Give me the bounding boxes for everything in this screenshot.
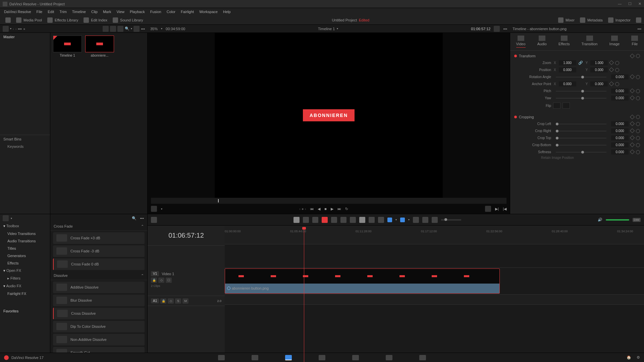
video-track-header[interactable]: V1 Video 1 🔒 ◇ ☐ 2 Clips [148,269,225,296]
keyframe-icon[interactable] [630,121,635,126]
menu-playback[interactable]: Playback [127,10,148,14]
track-badge-a1[interactable]: A1 [151,298,159,303]
chevron-down-icon[interactable]: ▾ [161,207,162,210]
viewer-zoom[interactable]: 35% [150,27,158,31]
color-page-icon[interactable] [352,355,359,360]
fx-cat-openfx[interactable]: ▾ Open FX [0,267,50,275]
chevron-down-icon[interactable]: ▾ [408,218,410,221]
reset-icon[interactable] [636,129,640,133]
blade-tool-icon[interactable] [322,217,328,223]
keyframe-icon[interactable] [630,128,635,133]
fx-item[interactable]: Blur Dissolve [53,295,145,306]
minimize-btn[interactable]: — [618,2,622,6]
detail-zoom-icon[interactable] [422,217,428,223]
reset-icon[interactable] [615,82,619,86]
viewer-scrubber[interactable] [151,198,506,204]
crop-left-field[interactable] [611,121,629,126]
enable-dot-icon[interactable] [514,55,517,57]
menu-view[interactable]: View [114,10,127,14]
selection-tool-icon[interactable] [293,217,300,223]
sound-library-btn[interactable]: Sound Library [120,18,143,22]
reset-icon[interactable] [636,54,640,58]
full-extent-icon[interactable] [485,206,491,212]
yaw-slider[interactable] [556,98,606,99]
anchor-y-field[interactable] [590,81,608,86]
keyframe-icon[interactable] [630,115,635,119]
more-icon[interactable]: ••• [18,27,22,31]
transform-header[interactable]: Transform [514,53,640,59]
fx-item[interactable]: Cross Fade 0 dB [53,258,145,270]
more-icon[interactable]: ••• [141,27,145,31]
reset-icon[interactable] [636,89,640,93]
collapse-icon[interactable]: ⌃ [141,274,144,278]
track-badge-v1[interactable]: V1 [151,271,159,276]
next-edit-icon[interactable]: ▶| [495,207,499,211]
inspector-btn[interactable]: Inspector [615,18,631,22]
reset-icon[interactable] [636,143,640,147]
fx-view-icon[interactable] [3,215,9,221]
more-icon[interactable]: ••• [503,27,507,31]
bypass-icon[interactable] [494,26,500,32]
clip-thumb[interactable]: Timeline 1 [53,36,82,57]
timeline-view-icon[interactable] [151,217,157,223]
reset-icon[interactable] [636,75,640,79]
link-icon[interactable] [369,217,375,223]
effects-library-btn[interactable]: Effects Library [55,18,78,22]
fairlight-page-icon[interactable] [386,355,392,360]
fx-group-crossfade[interactable]: Cross Fade⌃ [50,222,147,231]
fx-cat-filters[interactable]: ▸ Filters [0,275,50,282]
pitch-field[interactable] [611,88,629,94]
master-bin[interactable]: Master [0,33,50,41]
fx-cat-effects[interactable]: Effects [0,259,50,267]
close-btn[interactable]: ✕ [638,2,641,6]
position-y-field[interactable] [590,67,608,72]
metadata-btn[interactable]: Metadata [587,18,603,22]
chevron-down-icon[interactable]: ▾ [10,27,11,30]
chevron-down-icon[interactable]: ▾ [337,27,338,30]
layout-icon[interactable] [5,17,11,23]
cropping-header[interactable]: Cropping [514,114,640,120]
volume-icon[interactable]: 🔊 [598,218,602,222]
menu-fairlight[interactable]: Fairlight [178,10,197,14]
lock-track-icon[interactable]: 🔒 [151,278,157,283]
fx-cat-titles[interactable]: Titles [0,245,50,252]
timeline-timecode[interactable]: 01:06:57:12 [148,226,225,246]
fusion-page-icon[interactable] [319,355,325,360]
lock-icon[interactable] [378,217,384,223]
reset-icon[interactable] [636,115,640,119]
crop-bottom-slider[interactable] [556,145,606,145]
tab-video[interactable]: Video [516,36,526,48]
mixer-btn[interactable]: Mixer [566,18,575,22]
link-icon[interactable]: 🔗 [578,61,583,65]
fx-cat-audio-transitions[interactable]: Audio Transitions [0,237,50,245]
media-page-icon[interactable] [218,355,225,360]
fx-item[interactable]: Cross Fade -3 dB [53,245,145,257]
chevron-down-icon[interactable]: ▾ [11,217,12,220]
keyframe-icon[interactable] [630,95,635,100]
menu-workspace[interactable]: Workspace [197,10,220,14]
play-icon[interactable]: ▶ [331,207,333,211]
timeline-name[interactable]: Timeline 1 [318,27,335,31]
keyframe-icon[interactable] [630,54,635,58]
bin-view-icon[interactable] [3,26,9,32]
prev-frame-icon[interactable]: ◀ [318,207,320,211]
marker-icon[interactable] [400,218,405,222]
maximize-btn[interactable]: ☐ [628,2,632,6]
position-x-field[interactable] [559,67,576,72]
flip-v-button[interactable] [562,103,570,109]
flip-h-button[interactable] [553,103,560,109]
reset-icon[interactable] [615,68,619,72]
keyframe-icon[interactable] [630,74,635,79]
enable-dot-icon[interactable] [514,116,517,118]
more-icon[interactable]: ••• [637,27,641,31]
menu-timeline[interactable]: Timeline [69,10,89,14]
menu-mark[interactable]: Mark [100,10,114,14]
tab-file[interactable]: File [631,36,638,48]
chevron-down-icon[interactable]: ▾ [395,218,397,221]
auto-track-icon[interactable]: ◇ [158,278,164,283]
audio-track-lane[interactable] [225,295,644,305]
menu-fusion[interactable]: Fusion [148,10,164,14]
fx-group-dissolve[interactable]: Dissolve⌃ [50,272,147,280]
search-icon[interactable]: 🔍 [125,26,129,31]
timeline-ruler[interactable]: 01:00:00:00 01:05:44:00 01:11:28:00 01:1… [225,226,644,244]
